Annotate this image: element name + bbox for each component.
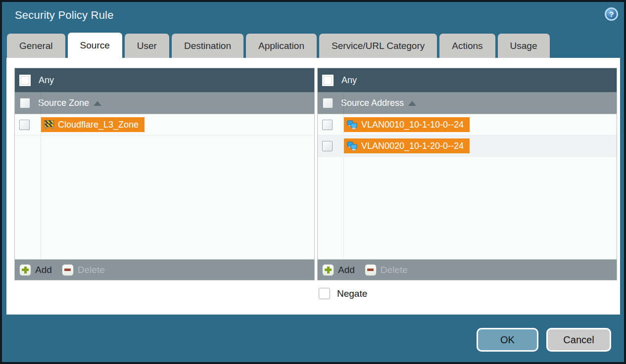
table-row: VLAN0020_10-1-20-0--24 xyxy=(318,136,617,157)
source-zone-footer: Add Delete xyxy=(15,259,314,280)
table-row: VLAN0010_10-1-10-0--24 xyxy=(318,114,617,136)
tab-service-url-category[interactable]: Service/URL Category xyxy=(319,34,437,58)
minus-icon xyxy=(365,264,377,276)
source-address-item-label: VLAN0010_10-1-10-0--24 xyxy=(361,120,464,130)
source-zone-item-label: Cloudflare_L3_Zone xyxy=(58,120,139,130)
source-address-select-all-checkbox[interactable] xyxy=(323,98,333,108)
dialog-title: Security Policy Rule xyxy=(15,9,114,22)
plus-icon xyxy=(322,264,334,276)
add-button-label: Add xyxy=(35,265,52,275)
tab-application[interactable]: Application xyxy=(246,34,317,58)
row-checkbox[interactable] xyxy=(322,120,333,130)
table-row: Cloudflare_L3_Zone xyxy=(15,114,314,136)
add-button-label: Add xyxy=(338,265,355,275)
title-bar: Security Policy Rule ? xyxy=(2,2,624,31)
cancel-button[interactable]: Cancel xyxy=(546,328,611,352)
source-zone-select-all-checkbox[interactable] xyxy=(20,98,30,108)
row-checkbox[interactable] xyxy=(19,120,30,130)
source-address-footer: Add Delete xyxy=(318,259,617,280)
tab-source[interactable]: Source xyxy=(68,33,122,58)
source-address-any-bar: Any xyxy=(318,68,617,92)
source-zone-column-header[interactable]: Source Zone xyxy=(15,92,314,114)
add-button[interactable]: Add xyxy=(19,264,52,276)
source-zone-column-label: Source Zone xyxy=(38,98,89,108)
source-address-rows: VLAN0010_10-1-10-0--24 VLAN0020_10-1 xyxy=(318,114,617,259)
source-tab-content: Any Source Zone Cloudflare_L3_Zone xyxy=(6,58,620,315)
source-address-item-label: VLAN0020_10-1-20-0--24 xyxy=(361,141,464,151)
source-zone-item[interactable]: Cloudflare_L3_Zone xyxy=(41,117,144,132)
delete-button[interactable]: Delete xyxy=(365,264,408,276)
network-hosts-icon xyxy=(347,120,357,130)
negate-label: Negate xyxy=(337,288,367,299)
delete-button-label: Delete xyxy=(78,265,105,275)
tab-destination[interactable]: Destination xyxy=(172,34,243,58)
source-zone-rows: Cloudflare_L3_Zone xyxy=(15,114,314,259)
row-checkbox[interactable] xyxy=(322,141,333,151)
source-address-item[interactable]: VLAN0020_10-1-20-0--24 xyxy=(344,138,470,153)
sort-asc-icon xyxy=(408,101,416,106)
negate-checkbox[interactable] xyxy=(319,288,330,299)
source-address-column-header[interactable]: Source Address xyxy=(318,92,617,114)
source-zone-any-checkbox[interactable] xyxy=(19,75,31,86)
tab-actions[interactable]: Actions xyxy=(439,34,495,58)
source-zone-panel: Any Source Zone Cloudflare_L3_Zone xyxy=(14,68,315,280)
tab-general[interactable]: General xyxy=(7,34,65,58)
tab-bar: General Source User Destination Applicat… xyxy=(7,33,550,58)
source-zone-any-bar: Any xyxy=(15,68,314,92)
plus-icon xyxy=(19,264,31,276)
sort-asc-icon xyxy=(94,101,101,106)
delete-button[interactable]: Delete xyxy=(62,264,105,276)
ok-button[interactable]: OK xyxy=(477,328,538,352)
minus-icon xyxy=(62,264,74,276)
security-policy-rule-dialog: Security Policy Rule ? General Source Us… xyxy=(0,0,626,364)
negate-row: Negate xyxy=(319,288,367,299)
tab-user[interactable]: User xyxy=(125,34,169,58)
help-icon[interactable]: ? xyxy=(605,7,618,21)
source-address-any-label: Any xyxy=(341,75,357,86)
source-address-panel: Any Source Address xyxy=(317,68,617,280)
source-zone-any-label: Any xyxy=(39,75,54,86)
delete-button-label: Delete xyxy=(381,265,408,275)
add-button[interactable]: Add xyxy=(322,264,355,276)
source-address-item[interactable]: VLAN0010_10-1-10-0--24 xyxy=(344,117,470,132)
zone-icon xyxy=(44,120,54,129)
source-address-column-label: Source Address xyxy=(341,98,404,108)
source-address-any-checkbox[interactable] xyxy=(322,75,334,86)
network-hosts-icon xyxy=(347,141,357,151)
tab-usage[interactable]: Usage xyxy=(498,34,550,58)
